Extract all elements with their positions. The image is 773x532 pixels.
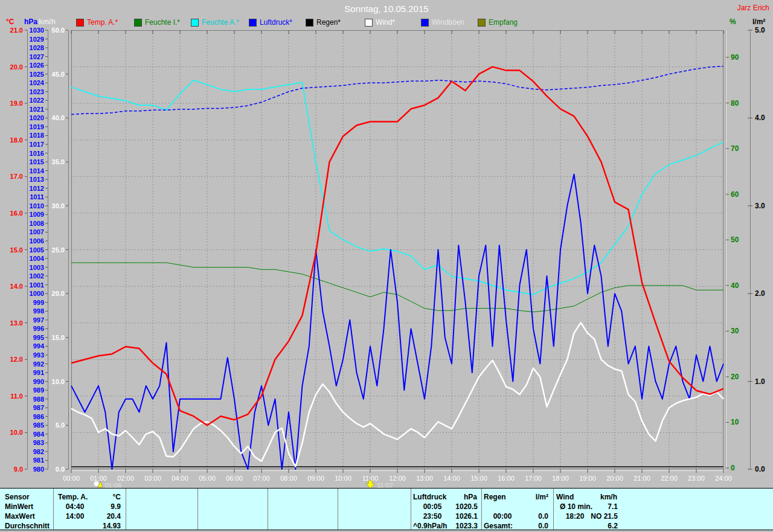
svg-text:994: 994 bbox=[33, 342, 45, 350]
pressure-col-header: Luftdruck bbox=[413, 493, 446, 502]
table-column-divider bbox=[268, 489, 268, 530]
svg-text:50.0: 50.0 bbox=[52, 27, 65, 34]
gust-swatch-icon bbox=[421, 19, 429, 27]
svg-text:1003: 1003 bbox=[30, 264, 44, 271]
svg-text:70: 70 bbox=[731, 144, 739, 153]
svg-text:988: 988 bbox=[33, 396, 44, 403]
svg-text:1029: 1029 bbox=[30, 36, 44, 43]
svg-text:10:00: 10:00 bbox=[335, 475, 351, 482]
svg-text:40: 40 bbox=[731, 281, 739, 290]
svg-text:995: 995 bbox=[33, 334, 44, 341]
table-row-label-durchschnitt: Durchschnitt bbox=[5, 522, 50, 531]
plot-area[interactable] bbox=[71, 30, 723, 469]
svg-text:80: 80 bbox=[731, 99, 739, 107]
svg-text:1004: 1004 bbox=[30, 255, 45, 262]
svg-text:00:00: 00:00 bbox=[63, 475, 80, 482]
table-row-label-maxwert: MaxWert bbox=[5, 512, 35, 521]
svg-text:23:00: 23:00 bbox=[688, 475, 705, 482]
legend-item-feuchte-i[interactable]: Feuchte I.* bbox=[134, 18, 180, 27]
temp-avg-value: 14.93 bbox=[85, 522, 121, 531]
svg-text:45.0: 45.0 bbox=[52, 71, 65, 78]
svg-text:1019: 1019 bbox=[30, 123, 44, 130]
svg-text:18:00: 18:00 bbox=[552, 475, 569, 482]
unit-label-hpa: hPa bbox=[24, 18, 37, 26]
rain-total-value: 0.0 bbox=[517, 522, 548, 531]
pressure-min-value: 1020.5 bbox=[441, 502, 478, 511]
svg-text:1028: 1028 bbox=[30, 44, 44, 51]
temp-col-header: Temp. A. bbox=[58, 493, 88, 502]
svg-text:10.0: 10.0 bbox=[52, 378, 65, 385]
rain-swatch-icon bbox=[306, 19, 313, 27]
svg-text:16.0: 16.0 bbox=[10, 210, 23, 217]
svg-text:997: 997 bbox=[33, 316, 44, 324]
svg-text:981: 981 bbox=[33, 457, 44, 464]
svg-text:1008: 1008 bbox=[30, 220, 44, 227]
svg-text:1023: 1023 bbox=[30, 88, 44, 95]
svg-text:5.0: 5.0 bbox=[56, 421, 65, 429]
svg-text:08:00: 08:00 bbox=[280, 475, 297, 482]
svg-text:5.0: 5.0 bbox=[755, 26, 765, 34]
svg-text:1026: 1026 bbox=[30, 62, 44, 69]
svg-text:1017: 1017 bbox=[30, 141, 44, 148]
legend-item-wind[interactable]: Wind* bbox=[365, 18, 395, 27]
legend-item-empfang[interactable]: Empfang bbox=[478, 18, 518, 27]
svg-text:04:00: 04:00 bbox=[172, 475, 188, 482]
rain-col-unit: l/m² bbox=[517, 493, 548, 502]
svg-text:1002: 1002 bbox=[30, 272, 44, 280]
unit-label-percent: % bbox=[730, 18, 736, 26]
svg-text:0.0: 0.0 bbox=[755, 465, 765, 473]
svg-text:19:00: 19:00 bbox=[579, 475, 596, 482]
svg-text:1.0: 1.0 bbox=[755, 377, 765, 386]
svg-text:21:00: 21:00 bbox=[633, 475, 650, 482]
table-column-divider bbox=[197, 489, 198, 530]
rain-total-label: Gesamt: bbox=[484, 522, 513, 531]
rain-max-value: 0.0 bbox=[517, 512, 548, 521]
svg-text:990: 990 bbox=[33, 378, 44, 385]
svg-text:22:00: 22:00 bbox=[661, 475, 678, 482]
rain-col-header: Regen bbox=[484, 493, 506, 502]
legend-item-regen[interactable]: Regen* bbox=[306, 18, 341, 27]
svg-text:1005: 1005 bbox=[30, 246, 44, 254]
wind-min-label: Ø 10 min. bbox=[560, 502, 592, 511]
svg-text:10: 10 bbox=[731, 418, 739, 426]
svg-text:01:00: 01:00 bbox=[90, 475, 107, 482]
svg-text:30.0: 30.0 bbox=[52, 202, 65, 210]
svg-text:9.0: 9.0 bbox=[14, 466, 23, 473]
unit-label-kmh: km/h bbox=[39, 18, 56, 26]
svg-text:992: 992 bbox=[33, 361, 44, 368]
legend-item-windboeen[interactable]: Windböen bbox=[421, 18, 464, 27]
svg-text:21.0: 21.0 bbox=[10, 27, 23, 34]
svg-text:983: 983 bbox=[33, 439, 44, 446]
svg-text:90: 90 bbox=[731, 53, 739, 62]
svg-text:1022: 1022 bbox=[30, 97, 44, 104]
svg-text:20.0: 20.0 bbox=[52, 290, 65, 297]
svg-text:06:00: 06:00 bbox=[226, 475, 243, 482]
svg-text:1012: 1012 bbox=[30, 185, 44, 192]
svg-text:15:00: 15:00 bbox=[470, 475, 487, 482]
pressure-avg-value: 1023.3 bbox=[441, 522, 478, 531]
wind-col-unit: km/h bbox=[580, 493, 617, 502]
legend-item-temp[interactable]: Temp. A.* bbox=[76, 18, 118, 27]
pressure-max-value: 1026.1 bbox=[441, 512, 478, 521]
wind-max-value: NO 21.5 bbox=[568, 512, 618, 521]
svg-text:1010: 1010 bbox=[30, 202, 44, 210]
svg-text:07:00: 07:00 bbox=[253, 475, 270, 482]
svg-text:19.0: 19.0 bbox=[10, 100, 23, 107]
table-column-divider bbox=[411, 489, 411, 530]
svg-text:998: 998 bbox=[33, 307, 44, 315]
pressure-axis: 1030102910281027102610251024102310221021… bbox=[30, 27, 48, 473]
weather-app-window: Sonntag, 10.05.2015 Jarz Erich °C hPa km… bbox=[0, 0, 773, 532]
page-title: Sonntag, 10.05.2015 bbox=[0, 4, 773, 14]
legend-item-feuchte-a[interactable]: Feuchte A.* bbox=[191, 18, 239, 27]
svg-text:1016: 1016 bbox=[30, 150, 44, 157]
svg-text:11:00: 11:00 bbox=[362, 475, 379, 482]
svg-text:1011: 1011 bbox=[30, 193, 44, 200]
legend-item-luftdruck[interactable]: Luftdruck* bbox=[249, 18, 292, 27]
svg-text:13:00: 13:00 bbox=[416, 475, 433, 482]
svg-text:1025: 1025 bbox=[30, 71, 44, 78]
svg-text:1001: 1001 bbox=[30, 281, 44, 289]
svg-text:12.0: 12.0 bbox=[10, 356, 23, 363]
wind-avg-value: 6.2 bbox=[589, 522, 618, 531]
wind-col-header: Wind bbox=[556, 493, 574, 502]
svg-text:986: 986 bbox=[33, 413, 44, 420]
